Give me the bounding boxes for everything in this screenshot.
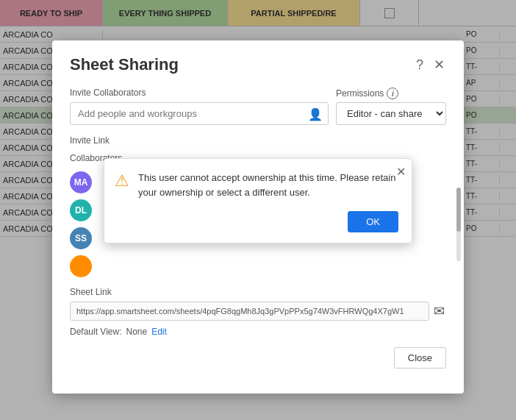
panel-header-icons: ? ✕ (415, 57, 446, 73)
help-button[interactable]: ? (415, 57, 425, 73)
ok-button[interactable]: OK (348, 211, 398, 232)
panel-title: Sheet Sharing (70, 55, 179, 74)
permissions-label-row: Permissions i (336, 88, 446, 99)
default-view-value: None (126, 327, 147, 337)
sheet-link-section: Sheet Link ✉ (70, 287, 446, 321)
permissions-wrap: Permissions i Editor - can share (336, 88, 446, 125)
permissions-label: Permissions (336, 88, 384, 99)
permissions-select[interactable]: Editor - can share (336, 102, 446, 125)
warning-footer: OK (115, 211, 398, 232)
default-view-label: Default View: (70, 327, 121, 337)
permissions-info-icon[interactable]: i (387, 88, 398, 99)
default-view-row: Default View: None Edit (70, 327, 446, 337)
sheet-link-input[interactable] (70, 302, 429, 321)
avatar-row-orange (70, 253, 446, 280)
invite-row: Invite Collaborators 👤 Permissions i Edi… (70, 88, 446, 125)
sheet-link-label: Sheet Link (70, 287, 446, 297)
avatar-dl: DL (70, 199, 92, 221)
warning-dialog: ✕ ⚠ This user cannot accept ownership at… (104, 158, 412, 243)
invite-input-section: Invite Collaborators 👤 (70, 88, 329, 125)
invite-input[interactable] (70, 102, 329, 125)
avatar-ss: SS (70, 227, 92, 249)
warning-dialog-header: ⚠ This user cannot accept ownership at t… (115, 171, 398, 199)
sheet-link-row: ✉ (70, 302, 446, 321)
avatar-orange (70, 255, 92, 277)
warning-text: This user cannot accept ownership at thi… (138, 171, 398, 199)
panel-header: Sheet Sharing ? ✕ (70, 55, 446, 74)
panel-footer: Close (70, 347, 446, 369)
email-icon-button[interactable]: ✉ (432, 302, 446, 321)
close-button[interactable]: Close (394, 347, 446, 369)
invite-input-wrap: 👤 (70, 102, 329, 125)
invite-link-label: Invite Link (70, 135, 110, 146)
invite-label: Invite Collaborators (70, 88, 329, 98)
warning-icon: ⚠ (115, 171, 129, 191)
avatar-ma: MA (70, 171, 92, 193)
warning-close-button[interactable]: ✕ (396, 165, 406, 179)
scrollbar-thumb (456, 188, 461, 232)
scrollbar-track[interactable] (456, 188, 461, 261)
invite-section: Invite Collaborators 👤 Permissions i Edi… (70, 88, 446, 125)
sheet-sharing-panel: Sheet Sharing ? ✕ Invite Collaborators 👤 (52, 40, 464, 394)
edit-link[interactable]: Edit (151, 327, 167, 337)
person-add-icon: 👤 (308, 107, 323, 121)
modal-overlay: Sheet Sharing ? ✕ Invite Collaborators 👤 (0, 0, 516, 420)
close-panel-button[interactable]: ✕ (432, 57, 446, 73)
invite-link-row: Invite Link (70, 135, 446, 146)
